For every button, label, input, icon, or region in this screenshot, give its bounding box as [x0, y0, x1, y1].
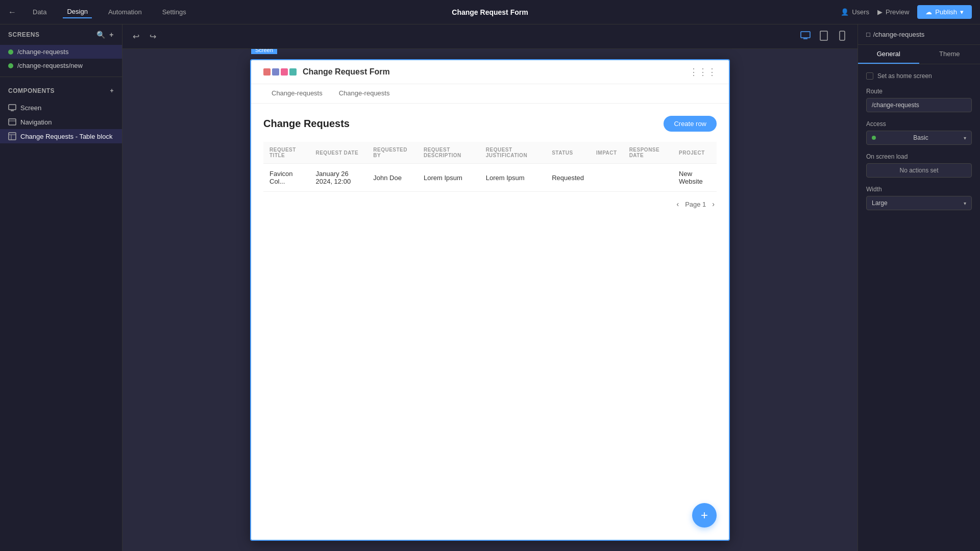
- search-icon[interactable]: 🔍: [96, 31, 106, 39]
- users-icon: 👤: [841, 8, 849, 16]
- access-value: Basic: [913, 134, 928, 141]
- width-chevron-icon: ▾: [964, 201, 966, 206]
- cell-status: Requested: [546, 164, 590, 192]
- add-screen-icon[interactable]: +: [109, 31, 114, 39]
- col-request-justification: REQUEST JUSTIFICATION: [480, 142, 546, 164]
- right-panel-body: Set as home screen Route /change-request…: [858, 64, 980, 218]
- data-table: REQUEST TITLE REQUEST DATE REQUESTED BY …: [263, 142, 717, 192]
- preview-button[interactable]: ▶ Preview: [877, 8, 909, 16]
- add-component-icon[interactable]: +: [110, 87, 114, 94]
- table-header-row: REQUEST TITLE REQUEST DATE REQUESTED BY …: [263, 142, 717, 164]
- svg-rect-2: [9, 119, 16, 125]
- access-dropdown[interactable]: Basic ▾: [866, 131, 972, 145]
- cell-requested-by: John Doe: [367, 164, 418, 192]
- create-row-button[interactable]: Create row: [664, 116, 717, 132]
- page-title: Change Request Form: [452, 8, 528, 16]
- panel-path-icon: □: [866, 31, 870, 38]
- tablet-view-button[interactable]: [817, 29, 831, 45]
- publish-icon: ☁: [925, 8, 932, 16]
- redo-button[interactable]: ↪: [148, 30, 158, 43]
- component-table-block[interactable]: Change Requests - Table block: [0, 129, 122, 143]
- col-request-title: REQUEST TITLE: [263, 142, 309, 164]
- screen-badge-label: Screen: [251, 49, 277, 54]
- cell-response-date: [623, 164, 673, 192]
- no-actions-button[interactable]: No actions set: [866, 163, 972, 178]
- screen-item-change-requests-new[interactable]: /change-requests/new: [0, 59, 122, 72]
- publish-chevron-icon: ▾: [960, 8, 964, 16]
- page-indicator: Page 1: [685, 201, 706, 208]
- tab-theme[interactable]: Theme: [919, 45, 981, 64]
- screen-item-change-requests[interactable]: /change-requests: [0, 45, 122, 59]
- nav-design[interactable]: Design: [63, 6, 91, 18]
- component-screen[interactable]: Screen: [0, 101, 122, 115]
- cell-project: New Website: [673, 164, 717, 192]
- mobile-view-button[interactable]: [835, 29, 849, 45]
- back-button[interactable]: ←: [8, 8, 16, 17]
- tab-general[interactable]: General: [858, 45, 919, 64]
- logo-square-3: [281, 68, 288, 76]
- desktop-view-button[interactable]: [798, 29, 813, 45]
- top-nav: ← Data Design Automation Settings Change…: [0, 0, 980, 24]
- on-screen-load-label: On screen load: [866, 153, 972, 160]
- screen-comp-icon: [8, 104, 16, 112]
- device-buttons: [798, 29, 849, 45]
- nav-settings[interactable]: Settings: [158, 6, 190, 18]
- table-header: REQUEST TITLE REQUEST DATE REQUESTED BY …: [263, 142, 717, 164]
- nav-data[interactable]: Data: [29, 6, 51, 18]
- canvas-area: ↩ ↪ Screen: [122, 24, 857, 551]
- col-impact: IMPACT: [590, 142, 623, 164]
- sidebar-divider: [0, 77, 122, 77]
- screens-section-header: Screens 🔍 +: [0, 24, 122, 45]
- route-value[interactable]: /change-requests: [866, 98, 972, 112]
- main-layout: Screens 🔍 + /change-requests /change-req…: [0, 24, 980, 551]
- users-button[interactable]: 👤 Users: [841, 8, 869, 16]
- col-request-date: REQUEST DATE: [309, 142, 367, 164]
- width-field: Width Large ▾: [866, 186, 972, 210]
- breadcrumb-item-0[interactable]: Change-requests: [263, 84, 331, 103]
- home-screen-checkbox[interactable]: [866, 72, 873, 80]
- prev-page-button[interactable]: ‹: [674, 198, 681, 210]
- canvas-scroll[interactable]: Screen Change Request Form ⋮⋮⋮ Change-re…: [122, 49, 857, 551]
- col-status: STATUS: [546, 142, 590, 164]
- svg-rect-9: [820, 31, 827, 40]
- undo-button[interactable]: ↩: [131, 30, 141, 43]
- home-screen-row: Set as home screen: [866, 72, 972, 80]
- grid-icon[interactable]: ⋮⋮⋮: [689, 66, 717, 78]
- app-breadcrumb: Change-requests Change-requests: [251, 84, 729, 104]
- next-page-button[interactable]: ›: [710, 198, 717, 210]
- route-label: Route: [866, 88, 972, 95]
- logo-square-1: [263, 68, 271, 76]
- component-navigation[interactable]: Navigation: [0, 115, 122, 129]
- width-dropdown[interactable]: Large ▾: [866, 196, 972, 210]
- logo-square-4: [289, 68, 297, 76]
- cell-impact: [590, 164, 623, 192]
- table-body: Favicon Col... January 26 2024, 12:00 Jo…: [263, 164, 717, 192]
- col-request-description: REQUEST DESCRIPTION: [418, 142, 480, 164]
- access-dot: [872, 134, 878, 141]
- left-sidebar: Screens 🔍 + /change-requests /change-req…: [0, 24, 122, 551]
- cell-description: Lorem Ipsum: [418, 164, 480, 192]
- table-row[interactable]: Favicon Col... January 26 2024, 12:00 Jo…: [263, 164, 717, 192]
- screen-preview: Screen Change Request Form ⋮⋮⋮ Change-re…: [250, 59, 730, 541]
- breadcrumb-item-1[interactable]: Change-requests: [331, 84, 398, 103]
- right-panel-tabs: General Theme: [858, 45, 980, 64]
- content-title: Change Requests: [263, 118, 350, 130]
- screen-status-dot: [8, 49, 13, 55]
- on-screen-load-field: On screen load No actions set: [866, 153, 972, 178]
- app-title: Change Request Form: [303, 67, 390, 77]
- pagination: ‹ Page 1 ›: [263, 192, 717, 216]
- access-chevron-icon: ▾: [964, 135, 966, 141]
- publish-button[interactable]: ☁ Publish ▾: [917, 5, 972, 19]
- nav-automation[interactable]: Automation: [104, 6, 146, 18]
- fab-button[interactable]: +: [692, 503, 717, 528]
- svg-rect-10: [840, 31, 845, 40]
- right-panel: □ /change-requests General Theme Set as …: [857, 24, 980, 551]
- svg-rect-0: [9, 105, 16, 110]
- width-label: Width: [866, 186, 972, 193]
- cell-title: Favicon Col...: [263, 164, 309, 192]
- cell-date: January 26 2024, 12:00: [309, 164, 367, 192]
- app-header: Change Request Form ⋮⋮⋮: [251, 60, 729, 84]
- right-panel-header: □ /change-requests: [858, 24, 980, 45]
- home-screen-label: Set as home screen: [877, 72, 932, 80]
- svg-rect-7: [801, 32, 810, 38]
